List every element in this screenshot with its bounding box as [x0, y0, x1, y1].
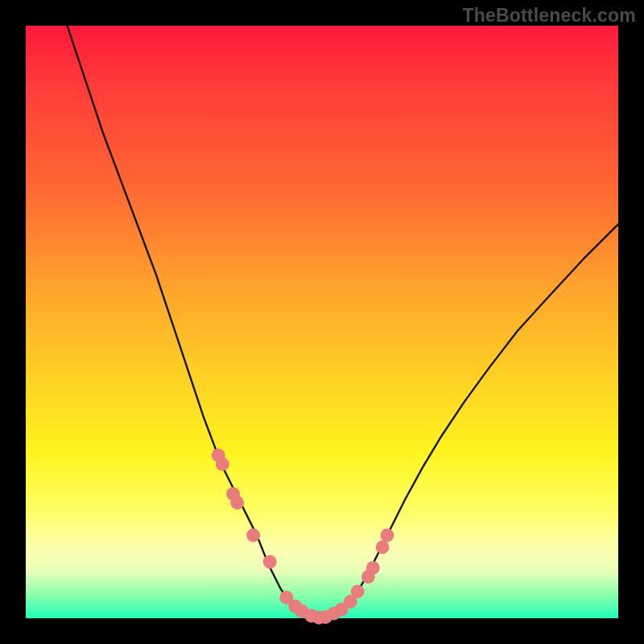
sample-marker	[246, 529, 260, 543]
chart-svg	[26, 26, 618, 618]
chart-frame: TheBottleneck.com	[0, 0, 644, 644]
sample-marker	[263, 555, 277, 569]
sample-marker	[351, 584, 365, 598]
sample-marker	[376, 540, 390, 554]
watermark-brand: TheBottleneck.com	[462, 5, 636, 27]
sample-marker	[230, 496, 244, 510]
plot-area	[26, 26, 618, 618]
bottleneck-curve	[68, 26, 618, 618]
sample-markers	[212, 448, 394, 625]
sample-marker	[366, 561, 380, 575]
sample-marker	[381, 529, 394, 543]
sample-marker	[216, 457, 229, 471]
